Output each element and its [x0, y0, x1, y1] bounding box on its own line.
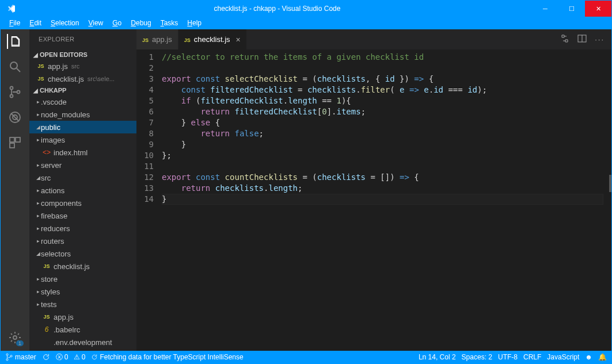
source-control-icon[interactable] [7, 85, 22, 99]
scrollbar[interactable] [603, 49, 611, 351]
js-file-icon: JS [184, 35, 191, 44]
split-editor-icon[interactable] [577, 34, 587, 45]
svg-point-0 [10, 62, 17, 69]
svg-point-2 [10, 87, 13, 90]
sidebar: EXPLORER ◢OPEN EDITORS JSapp.jssrcJSchec… [29, 29, 136, 351]
folder-item[interactable]: ▸routers [29, 235, 136, 247]
sync-icon[interactable] [42, 353, 50, 361]
file-item[interactable]: 6.babelrc [29, 323, 136, 336]
minimize-button[interactable]: ─ [532, 1, 558, 17]
folder-item[interactable]: ▸.vscode [29, 95, 136, 108]
open-editors-header[interactable]: ◢OPEN EDITORS [29, 49, 136, 60]
more-icon[interactable]: ··· [595, 35, 605, 44]
svg-line-1 [17, 68, 20, 72]
encoding[interactable]: UTF-8 [498, 353, 518, 361]
folder-item[interactable]: ▸tests [29, 298, 136, 311]
chevron-icon: ◢ [35, 124, 41, 130]
folder-item[interactable]: ▸images [29, 133, 136, 146]
eol[interactable]: CRLF [523, 353, 541, 361]
svg-point-15 [6, 359, 8, 361]
extensions-icon[interactable] [7, 135, 22, 150]
notifications-icon[interactable]: 🔔 [598, 353, 607, 361]
debug-icon[interactable] [7, 110, 22, 125]
file-icon: JS [42, 314, 51, 320]
svg-point-3 [10, 95, 13, 98]
feedback-icon[interactable]: ☻ [585, 353, 592, 361]
chevron-icon: ▸ [35, 289, 41, 294]
menu-tasks[interactable]: Tasks [157, 18, 183, 28]
maximize-button[interactable]: ☐ [558, 1, 585, 17]
folder-item[interactable]: ▸server [29, 159, 136, 171]
menu-selection[interactable]: Selection [47, 18, 83, 28]
open-editor-item[interactable]: JSchecklist.jssrc\sele... [29, 72, 136, 85]
settings-badge: 1 [16, 340, 24, 346]
file-icon: JS [42, 263, 51, 269]
folder-item[interactable]: ▸store [29, 273, 136, 285]
js-file-icon: JS [36, 63, 45, 69]
window-title: checklist.js - chkapp - Visual Studio Co… [22, 5, 532, 13]
menu-help[interactable]: Help [183, 18, 206, 28]
close-button[interactable]: ✕ [585, 1, 611, 17]
status-bar: master ⓧ0 ⚠0 Fetching data for better Ty… [1, 351, 611, 363]
compare-icon[interactable] [560, 34, 569, 45]
chevron-icon: ◢ [35, 175, 41, 181]
folder-item[interactable]: ▸firebase [29, 209, 136, 222]
close-tab-icon[interactable]: × [236, 35, 241, 44]
chevron-icon: ▸ [35, 213, 41, 219]
indent[interactable]: Spaces: 2 [462, 353, 492, 361]
chevron-icon: ▸ [35, 276, 41, 282]
activity-bar: 1 [1, 29, 29, 351]
chevron-icon: ▸ [35, 137, 41, 143]
git-branch[interactable]: master [5, 353, 36, 361]
folder-item[interactable]: ▸components [29, 197, 136, 209]
file-item[interactable]: <>index.html [29, 146, 136, 159]
folder-item[interactable]: ◢selectors [29, 247, 136, 260]
tab-checklist-js[interactable]: JSchecklist.js× [178, 29, 247, 49]
file-item[interactable]: JSapp.js [29, 311, 136, 323]
menu-view[interactable]: View [84, 18, 107, 28]
folder-item[interactable]: ▸actions [29, 184, 136, 197]
chevron-icon: ▸ [35, 238, 41, 244]
chevron-icon: ▸ [35, 99, 41, 105]
chevron-icon: ◢ [35, 251, 41, 256]
cursor-position[interactable]: Ln 14, Col 2 [419, 353, 456, 361]
status-message: Fetching data for better TypeScript Inte… [91, 353, 243, 361]
chevron-icon: ▸ [35, 162, 41, 168]
menu-file[interactable]: File [5, 18, 24, 28]
folder-item[interactable]: ▸reducers [29, 222, 136, 235]
chevron-icon: ▸ [35, 112, 41, 117]
editor-area: JSapp.jsJSchecklist.js× ··· 123456789101… [136, 29, 611, 351]
file-icon: <> [42, 148, 51, 156]
folder-item[interactable]: ▸styles [29, 285, 136, 298]
folder-item[interactable]: ▸node_modules [29, 108, 136, 121]
folder-item[interactable]: ◢public [29, 121, 136, 133]
menu-go[interactable]: Go [108, 18, 126, 28]
chevron-icon: ▸ [35, 301, 41, 307]
svg-rect-8 [10, 137, 14, 142]
tab-bar: JSapp.jsJSchecklist.js× ··· [136, 29, 611, 49]
chevron-icon: ▸ [35, 225, 41, 231]
menu-debug[interactable]: Debug [127, 18, 155, 28]
settings-gear-icon[interactable]: 1 [7, 330, 22, 345]
folder-item[interactable]: ◢src [29, 171, 136, 184]
menu-edit[interactable]: Edit [25, 18, 45, 28]
vscode-icon [1, 4, 22, 13]
title-bar: checklist.js - chkapp - Visual Studio Co… [1, 1, 611, 17]
js-file-icon: JS [36, 76, 45, 82]
tab-app-js[interactable]: JSapp.js [136, 29, 178, 49]
file-item[interactable]: JSchecklist.js [29, 260, 136, 273]
search-icon[interactable] [7, 59, 22, 74]
chevron-icon: ▸ [35, 187, 41, 193]
open-editor-item[interactable]: JSapp.jssrc [29, 60, 136, 72]
menu-bar: FileEditSelectionViewGoDebugTasksHelp [1, 17, 611, 29]
language-mode[interactable]: JavaScript [547, 353, 579, 361]
explorer-icon[interactable] [7, 34, 22, 49]
code-editor[interactable]: 1234567891011121314 //selector to return… [136, 49, 611, 351]
file-item[interactable]: .env.development [29, 336, 136, 348]
svg-point-11 [13, 336, 17, 339]
workspace-header[interactable]: ◢CHKAPP [29, 85, 136, 95]
svg-rect-10 [10, 143, 14, 148]
svg-point-14 [6, 354, 8, 355]
chevron-icon: ▸ [35, 200, 41, 206]
problems[interactable]: ⓧ0 ⚠0 [56, 352, 86, 362]
